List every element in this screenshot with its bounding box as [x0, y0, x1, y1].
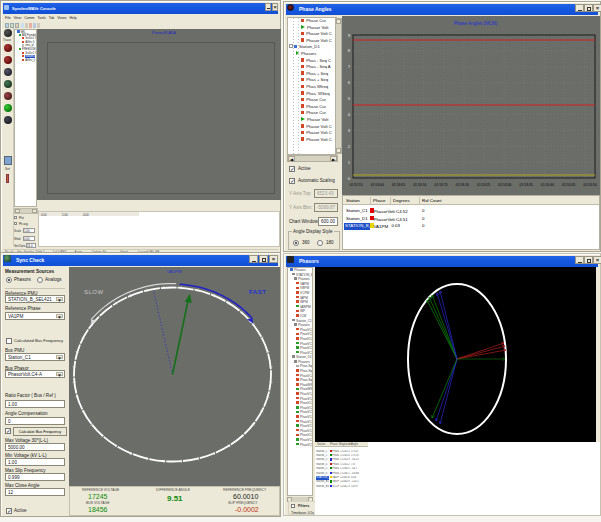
- svg-text:8: 8: [348, 48, 351, 53]
- svg-text:4: 4: [348, 112, 351, 117]
- svg-text:01:53:15: 01:53:15: [434, 183, 447, 187]
- svg-text:01:53:25: 01:53:25: [477, 183, 490, 187]
- svg-text:01:53:40: 01:53:40: [541, 183, 554, 187]
- svg-text:01:53:10: 01:53:10: [413, 183, 426, 187]
- svg-text:5: 5: [348, 96, 351, 101]
- svg-text:6: 6: [348, 80, 351, 85]
- svg-text:2: 2: [348, 144, 351, 149]
- svg-text:01:53:35: 01:53:35: [520, 183, 533, 187]
- svg-text:9: 9: [348, 33, 351, 38]
- svg-text:01:53:30: 01:53:30: [498, 183, 511, 187]
- svg-text:01:53:20: 01:53:20: [456, 183, 469, 187]
- svg-text:7: 7: [348, 64, 351, 69]
- svg-text:01:53:50: 01:53:50: [583, 183, 596, 187]
- svg-text:01:52:55: 01:52:55: [349, 183, 362, 187]
- svg-text:01:53:45: 01:53:45: [562, 183, 575, 187]
- svg-text:01:53:05: 01:53:05: [392, 183, 405, 187]
- svg-text:01:53:00: 01:53:00: [371, 183, 384, 187]
- svg-text:0: 0: [348, 176, 351, 181]
- svg-text:1: 1: [348, 160, 351, 165]
- svg-text:3: 3: [348, 128, 351, 133]
